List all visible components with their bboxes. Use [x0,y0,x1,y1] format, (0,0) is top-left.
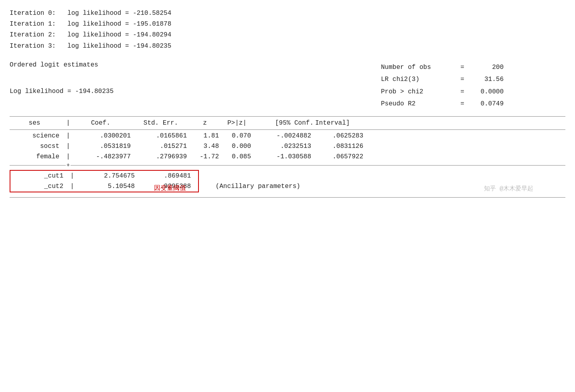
stat-eq-obs: = [456,61,468,73]
zhihu-watermark: 知乎 @木木爱早起 [484,185,533,192]
cell-female-coef: -.4823977 [71,153,135,160]
header-interval: Interval] [315,119,363,127]
header-z: z [191,119,223,127]
cell-cut2-coef: 5.10548 [75,183,139,190]
cell-cut1-coef: 2.754675 [75,172,139,180]
cell-female-name: female [10,153,66,160]
header-pz: P>|z| [223,119,255,127]
pipe-cut2: | [70,183,75,190]
cell-female-stderr: .2796939 [135,153,191,160]
stat-label-prob: Prob > chi2 [381,86,453,98]
cell-science-z: 1.81 [191,132,223,139]
header-coef: Coef. [71,119,135,127]
stat-eq-lr: = [456,73,468,85]
stat-val-prob: 0.0000 [472,86,504,98]
header-conf: [95% Conf. [255,119,315,127]
stat-eq-prob: = [456,86,468,98]
cell-cut2-name: _cut2 [14,183,70,190]
stat-label-pseudo: Pseudo R2 [381,98,453,110]
cell-female-conf1: -1.030588 [255,153,315,160]
section-divider-row: + [10,162,565,168]
stat-row-obs: Number of obs = 200 [381,61,565,73]
cell-socst-name: socst [10,143,66,150]
cell-female-conf2: .0657922 [315,153,363,160]
header-bottom-divider [10,129,565,130]
table-header: ses | Coef. Std. Err. z P>|z| [95% Conf.… [10,117,565,129]
cell-science-name: science [10,132,66,139]
stats-right: Number of obs = 200 LR chi2(3) = 31.56 P… [381,61,565,110]
stat-eq-pseudo: = [456,98,468,110]
table-row-cut1: _cut1 | 2.754675 .869481 [10,171,198,181]
cell-socst-coef: .0531819 [71,143,135,150]
cell-socst-conf1: .0232513 [255,143,315,150]
iteration-1: Iteration 1: log likelihood = -195.01878 [10,19,565,30]
bottom-divider [10,197,565,198]
table-row: science | .0300201 .0165861 1.81 0.070 -… [10,131,565,141]
table-row: female | -.4823977 .2796939 -1.72 0.085 … [10,152,565,162]
stat-row-pseudo: Pseudo R2 = 0.0749 [381,98,565,110]
stat-val-lr: 31.56 [472,73,504,85]
pipe-science: | [66,132,71,139]
cell-female-pz: 0.085 [223,153,255,160]
stat-val-obs: 200 [472,61,504,73]
log-likelihood: Log likelihood = -194.80235 [10,88,381,95]
cell-cut1-stderr: .869481 [139,172,195,180]
model-title: Ordered logit estimates [10,61,381,69]
stat-val-pseudo: 0.0749 [472,98,504,110]
cell-socst-conf2: .0831126 [315,143,363,150]
cell-science-conf2: .0625283 [315,132,363,139]
cell-socst-z: 3.48 [191,143,223,150]
cell-cut1-name: _cut1 [14,172,70,180]
cell-science-conf1: -.0024882 [255,132,315,139]
stats-block: Ordered logit estimates Log likelihood =… [10,61,565,110]
main-container: Iteration 0: log likelihood = -210.58254… [10,8,565,198]
cut-section: _cut1 | 2.754675 .869481 _cut2 | 5.10548… [10,168,565,194]
pipe-female: | [66,153,71,160]
cell-socst-pz: 0.000 [223,143,255,150]
stat-label-obs: Number of obs [381,61,453,73]
top-divider [10,116,565,117]
iterations-block: Iteration 0: log likelihood = -210.58254… [10,8,565,52]
stat-row-lr: LR chi2(3) = 31.56 [381,73,565,85]
cell-female-z: -1.72 [191,153,223,160]
iteration-3: Iteration 3: log likelihood = -194.80235 [10,41,565,52]
stat-label-lr: LR chi2(3) [381,73,453,85]
pipe-cut1: | [70,172,75,180]
cell-science-stderr: .0165861 [135,132,191,139]
iteration-2: Iteration 2: log likelihood = -194.80294 [10,30,565,40]
ancillary-text: (Ancillary parameters) [216,183,300,190]
table-row: socst | .0531819 .015271 3.48 0.000 .023… [10,141,565,152]
cell-socst-stderr: .015271 [135,143,191,150]
pipe-socst: | [66,143,71,150]
iteration-0: Iteration 0: log likelihood = -210.58254 [10,8,565,19]
stat-row-prob: Prob > chi2 = 0.0000 [381,86,565,98]
cell-science-coef: .0300201 [71,132,135,139]
cell-science-pz: 0.070 [223,132,255,139]
stats-left: Ordered logit estimates Log likelihood =… [10,61,381,110]
yinbianliang-label: 因变量阈值 [154,184,186,192]
header-pipe: | [66,119,71,127]
header-stderr: Std. Err. [135,119,191,127]
results-table: ses | Coef. Std. Err. z P>|z| [95% Conf.… [10,116,565,198]
header-ses: ses [10,119,66,127]
